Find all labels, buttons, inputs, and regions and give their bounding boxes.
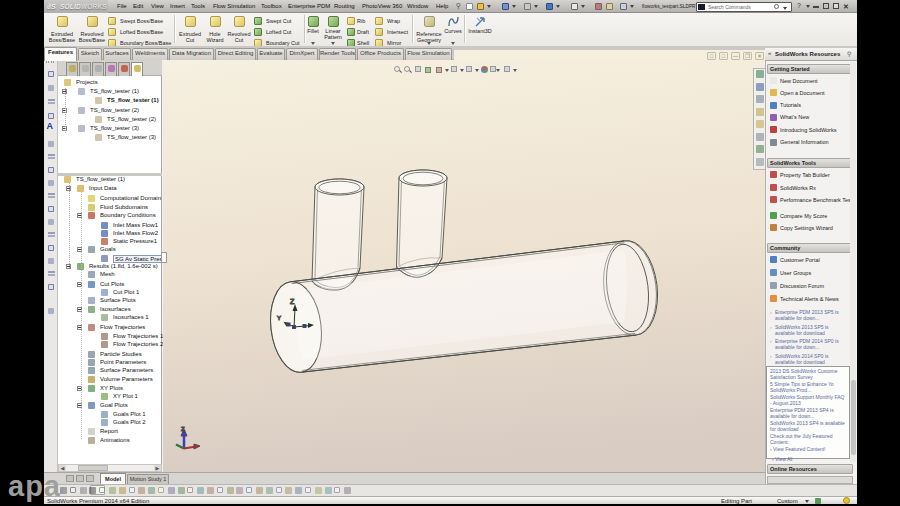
svg-text:Z: Z — [181, 426, 185, 432]
svg-text:Y: Y — [277, 315, 281, 321]
svg-text:Z: Z — [290, 298, 295, 305]
